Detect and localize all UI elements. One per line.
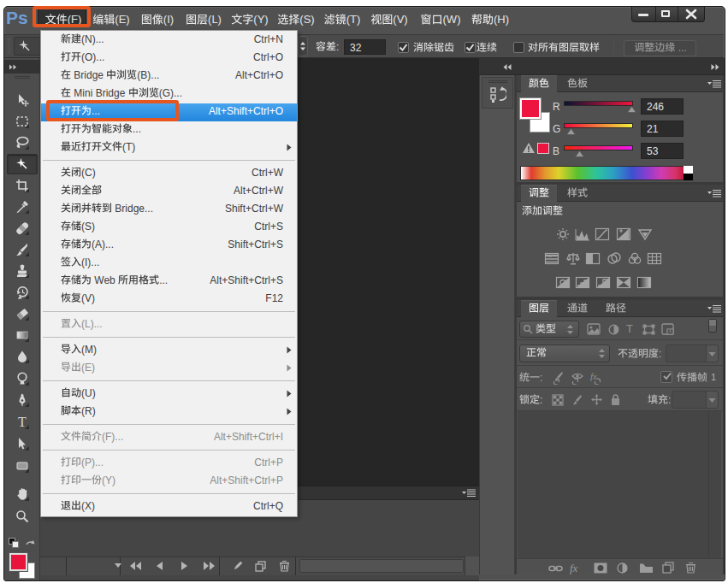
svg-text:T: T [18, 415, 27, 429]
svg-text:fx: fx [570, 562, 578, 574]
svg-text:fx: fx [590, 371, 597, 381]
